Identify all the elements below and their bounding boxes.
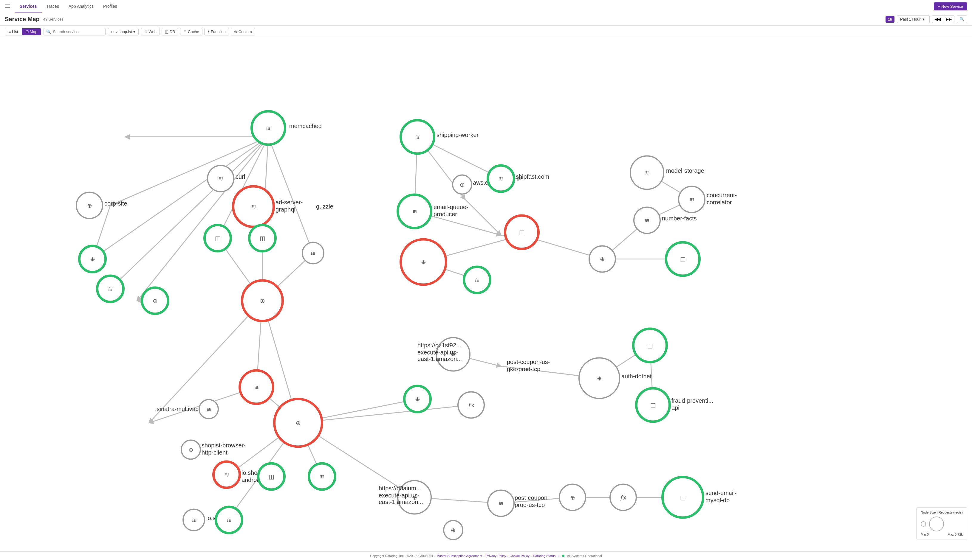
svg-text:number-facts: number-facts (662, 215, 697, 222)
global-search-button[interactable]: 🔍 (957, 15, 967, 23)
svg-text:≋: ≋ (191, 517, 196, 523)
list-icon: ≡ (8, 30, 11, 34)
search-input[interactable] (53, 30, 103, 34)
footer-status-text: All Systems Operational (567, 554, 602, 558)
search-icon: 🔍 (46, 30, 51, 34)
svg-text:model-storage: model-storage (666, 167, 704, 174)
svg-text:memcached: memcached (289, 123, 322, 129)
legend-circles (921, 517, 963, 532)
env-label: env:shop.ist (111, 30, 132, 34)
svg-text:correlator: correlator (707, 199, 732, 205)
legend-labels: Min 0 Max 5.72k (921, 533, 963, 536)
svg-text:post-coupon-: post-coupon- (515, 495, 549, 501)
svg-text:⊕: ⊕ (460, 182, 465, 188)
env-selector[interactable]: env:shop.ist ▾ (108, 28, 138, 35)
time-range-picker[interactable]: Past 1 Hour ▾ (897, 15, 930, 23)
svg-text:east-1.amazon...: east-1.amazon... (417, 356, 462, 362)
footer-link-cookie[interactable]: Cookie Policy (510, 554, 530, 558)
svg-text:send-email-: send-email- (706, 490, 736, 496)
svg-text:⊕: ⊕ (570, 494, 575, 501)
svg-text:execute-api.us-: execute-api.us- (379, 492, 420, 498)
svg-text:gke-prod-tcp: gke-prod-tcp (507, 366, 540, 372)
svg-text:≋: ≋ (475, 277, 480, 283)
svg-text:◫: ◫ (680, 494, 686, 501)
new-service-button[interactable]: + New Service (934, 2, 967, 10)
svg-text:⊕: ⊕ (153, 298, 158, 304)
svg-text:https://gz1sf92...: https://gz1sf92... (417, 342, 461, 348)
filter-tag-db[interactable]: ◫ DB (162, 28, 178, 35)
time-nav-back-button[interactable]: ◀◀ (932, 15, 943, 23)
time-range-label: Past 1 Hour (900, 17, 921, 22)
svg-text:⊕: ⊕ (451, 527, 456, 533)
legend-min-circle (921, 521, 926, 527)
svg-text:execute-api.us-: execute-api.us- (417, 349, 458, 356)
svg-text:≋: ≋ (227, 517, 232, 523)
svg-text:⊕: ⊕ (296, 420, 301, 426)
svg-text:shipping-worker: shipping-worker (437, 132, 479, 138)
svg-text:◫: ◫ (260, 235, 265, 242)
nav-tab-traces[interactable]: Traces (42, 0, 64, 13)
svg-text:producer: producer (433, 211, 457, 217)
svg-rect-2 (5, 7, 10, 8)
svg-text:◫: ◫ (519, 229, 525, 236)
footer: Copyright Datadog, Inc. 2020 - 35.300696… (0, 552, 972, 560)
svg-text:≋: ≋ (415, 134, 420, 140)
filter-tag-web[interactable]: ⊕ Web (141, 28, 160, 35)
svg-text:≋: ≋ (251, 203, 256, 210)
time-nav-forward-button[interactable]: ▶▶ (943, 15, 954, 23)
svg-text:◫: ◫ (650, 402, 656, 408)
svg-text:prod-us-tcp: prod-us-tcp (515, 502, 545, 508)
chevron-down-icon: ▾ (922, 17, 925, 22)
legend-title: Node Size | Requests (req/s) (921, 510, 963, 514)
svg-rect-1 (5, 6, 10, 6)
view-toggle: ≡ List ⬡ Map (5, 28, 41, 35)
svg-text:≋: ≋ (412, 208, 417, 215)
svg-text:ƒx: ƒx (468, 402, 474, 408)
svg-text:≋: ≋ (266, 125, 271, 132)
svg-text:.sinatra-multivac: .sinatra-multivac (155, 406, 199, 412)
list-view-button[interactable]: ≡ List (5, 28, 22, 35)
svg-text:ƒx: ƒx (620, 494, 626, 501)
nav-tab-services[interactable]: Services (15, 0, 42, 13)
filter-tag-function[interactable]: ƒ Function (204, 28, 229, 35)
svg-text:shipfast.com: shipfast.com (516, 173, 549, 180)
status-dot (562, 555, 564, 557)
svg-text:auth-dotnet: auth-dotnet (621, 373, 652, 380)
nav-tabs: Services Traces App Analytics Profiles (15, 0, 122, 13)
svg-text:⊕: ⊕ (600, 256, 605, 262)
svg-text:≋: ≋ (499, 500, 504, 507)
hamburger-menu[interactable] (5, 4, 10, 9)
svg-text:shopist-browser-: shopist-browser- (202, 442, 246, 448)
footer-link-status[interactable]: Datadog Status → (533, 554, 560, 558)
svg-line-43 (298, 405, 471, 423)
time-shortcut-button[interactable]: 1h (885, 16, 895, 23)
footer-copyright: Copyright Datadog, Inc. 2020 - 35.300696… (370, 554, 433, 558)
chevron-down-icon: ▾ (133, 30, 136, 34)
nav-tab-app-analytics[interactable]: App Analytics (64, 0, 99, 13)
page-title: Service Map (5, 16, 40, 23)
svg-text:≋: ≋ (645, 217, 650, 224)
footer-link-privacy[interactable]: Privacy Policy (486, 554, 506, 558)
svg-text:≋: ≋ (224, 472, 229, 478)
svg-text:curl: curl (236, 173, 245, 180)
map-view-button[interactable]: ⬡ Map (22, 28, 41, 35)
service-map-canvas[interactable]: ≋ memcached ≋ curl ⊕ corp-site ≋ ad-serv… (0, 38, 972, 552)
map-legend: Node Size | Requests (req/s) Min 0 Max 5… (916, 507, 967, 540)
nav-tab-profiles[interactable]: Profiles (99, 0, 122, 13)
filter-tag-custom[interactable]: ⊕ Custom (231, 28, 255, 35)
svg-text:⊕: ⊕ (87, 202, 92, 209)
svg-text:https://d3aium...: https://d3aium... (379, 485, 421, 492)
filter-bar: ≡ List ⬡ Map 🔍 env:shop.ist ▾ ⊕ Web ◫ DB… (0, 26, 972, 38)
footer-link-subscription[interactable]: Master Subscription Agreement (437, 554, 482, 558)
svg-text:api: api (671, 405, 679, 411)
svg-text:≋: ≋ (645, 170, 650, 176)
legend-max-circle (929, 517, 944, 532)
svg-text:≋: ≋ (206, 406, 211, 413)
svg-text:≋: ≋ (108, 286, 113, 292)
svg-text:ad-server-: ad-server- (276, 199, 303, 205)
service-count: 49 Services (43, 17, 64, 22)
filter-tag-cache[interactable]: ⊟ Cache (180, 28, 202, 35)
service-search[interactable]: 🔍 (43, 28, 105, 35)
svg-text:guzzle: guzzle (316, 203, 333, 210)
svg-text:◫: ◫ (647, 342, 653, 349)
